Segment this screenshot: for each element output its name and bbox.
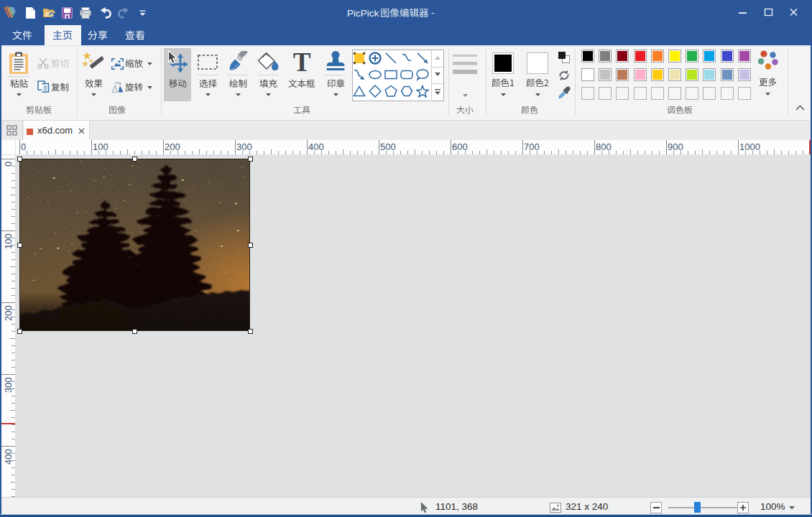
svg-text:0: 0 bbox=[21, 141, 26, 152]
svg-text:800: 800 bbox=[596, 141, 612, 152]
svg-text:200: 200 bbox=[3, 305, 14, 321]
svg-text:400: 400 bbox=[3, 449, 14, 465]
svg-text:300: 300 bbox=[3, 377, 14, 393]
svg-text:100: 100 bbox=[93, 141, 109, 152]
svg-text:300: 300 bbox=[236, 141, 252, 152]
svg-text:1000: 1000 bbox=[739, 141, 760, 152]
svg-text:200: 200 bbox=[165, 141, 180, 152]
svg-text:600: 600 bbox=[452, 141, 468, 152]
svg-text:900: 900 bbox=[668, 141, 683, 152]
svg-text:400: 400 bbox=[308, 141, 324, 152]
svg-text:700: 700 bbox=[524, 141, 540, 152]
svg-text:500: 500 bbox=[380, 141, 396, 152]
svg-text:0: 0 bbox=[3, 162, 14, 167]
svg-text:100: 100 bbox=[3, 233, 14, 249]
